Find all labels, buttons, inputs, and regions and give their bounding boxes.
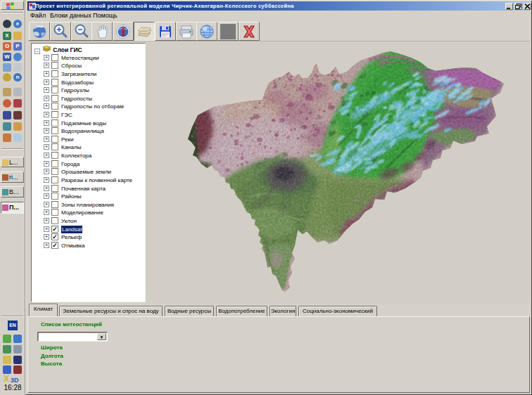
svg-text:X: X: [4, 374, 9, 383]
svg-text:3D: 3D: [11, 377, 19, 383]
